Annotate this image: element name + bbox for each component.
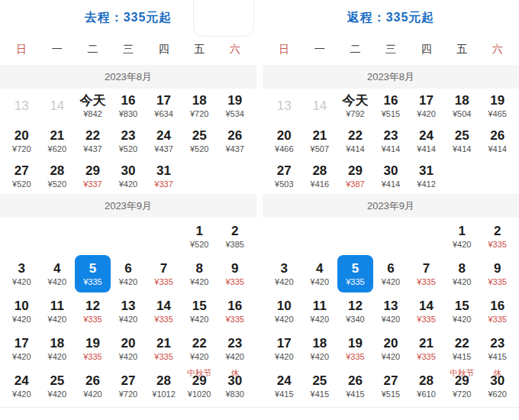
- calendar-day-cell[interactable]: 29¥337: [75, 159, 111, 194]
- calendar-day-cell[interactable]: 26¥420: [75, 367, 111, 405]
- calendar-day-cell[interactable]: 21¥335: [146, 330, 182, 367]
- calendar-day-cell[interactable]: 17¥420: [266, 330, 302, 367]
- calendar-day-cell[interactable]: 22¥415: [444, 330, 480, 367]
- calendar-day-cell[interactable]: 24¥437: [146, 124, 182, 159]
- calendar-day-cell[interactable]: 24¥420: [4, 367, 40, 405]
- calendar-day-cell[interactable]: 1¥420: [444, 218, 480, 255]
- calendar-day-cell[interactable]: 22¥414: [337, 124, 373, 159]
- calendar-day-cell[interactable]: 20¥420: [373, 330, 409, 367]
- calendar-day-cell[interactable]: 28¥610: [408, 367, 444, 405]
- calendar-day-cell[interactable]: 18¥720: [182, 89, 218, 124]
- calendar-day-cell[interactable]: 18¥420: [302, 330, 338, 367]
- calendar-day-cell[interactable]: 22¥437: [75, 124, 111, 159]
- calendar-day-cell[interactable]: 25¥420: [40, 367, 76, 405]
- calendar-day-cell[interactable]: 23¥415: [479, 330, 515, 367]
- calendar-day-cell[interactable]: 20¥420: [111, 330, 147, 367]
- calendar-day-cell[interactable]: 17¥420: [408, 89, 444, 124]
- calendar-day-cell[interactable]: 23¥520: [111, 124, 147, 159]
- calendar-day-cell[interactable]: 中秋节29¥1020: [182, 367, 218, 405]
- day-number: 26: [490, 128, 504, 143]
- calendar-day-cell[interactable]: 18¥420: [40, 330, 76, 367]
- calendar-day-cell[interactable]: 19¥465: [479, 89, 515, 124]
- calendar-day-cell[interactable]: 25¥415: [302, 367, 338, 405]
- calendar-day-cell[interactable]: 19¥534: [217, 89, 253, 124]
- calendar-day-cell[interactable]: 27¥720: [111, 367, 147, 405]
- calendar-day-cell[interactable]: 8¥420: [182, 255, 218, 292]
- calendar-day-cell[interactable]: 6¥420: [111, 255, 147, 292]
- calendar-day-cell[interactable]: 休30¥830: [217, 367, 253, 405]
- calendar-day-cell[interactable]: 18¥504: [444, 89, 480, 124]
- calendar-day-cell[interactable]: 28¥520: [40, 159, 76, 194]
- calendar-day-cell[interactable]: 15¥420: [444, 292, 480, 330]
- calendar-day-cell[interactable]: 休30¥620: [479, 367, 515, 405]
- calendar-day-cell[interactable]: 19¥335: [75, 330, 111, 367]
- calendar-day-cell[interactable]: 30¥414: [373, 159, 409, 194]
- calendar-day-cell[interactable]: 28¥416: [302, 159, 338, 194]
- calendar-day-cell[interactable]: 21¥620: [40, 124, 76, 159]
- calendar-day-cell[interactable]: 9¥335: [217, 255, 253, 292]
- calendar-day-cell[interactable]: 26¥415: [337, 367, 373, 405]
- calendar-day-cell[interactable]: 30¥420: [111, 159, 147, 194]
- calendar-day-cell[interactable]: 15¥420: [182, 292, 218, 330]
- calendar-day-cell[interactable]: 3¥420: [266, 255, 302, 292]
- calendar-day-cell[interactable]: 13¥420: [111, 292, 147, 330]
- calendar-day-cell[interactable]: 2¥385: [217, 218, 253, 255]
- day-number: 30: [384, 163, 398, 178]
- calendar-selected-day[interactable]: 5¥335: [337, 255, 373, 292]
- calendar-day-cell[interactable]: 10¥420: [266, 292, 302, 330]
- calendar-day-cell[interactable]: 6¥420: [373, 255, 409, 292]
- calendar-today-cell[interactable]: 今天¥842: [75, 89, 111, 124]
- calendar-day-cell[interactable]: 2¥335: [479, 218, 515, 255]
- calendar-day-cell[interactable]: 9¥335: [479, 255, 515, 292]
- calendar-today-cell[interactable]: 今天¥792: [337, 89, 373, 124]
- calendar-day-cell[interactable]: 16¥830: [111, 89, 147, 124]
- calendar-day-cell[interactable]: 16¥335: [217, 292, 253, 330]
- calendar-day-cell[interactable]: 24¥415: [266, 367, 302, 405]
- calendar-day-cell[interactable]: 14¥335: [408, 292, 444, 330]
- calendar-day-cell[interactable]: 7¥335: [146, 255, 182, 292]
- calendar-day-cell[interactable]: 28¥1012: [146, 367, 182, 405]
- calendar-day-cell[interactable]: 17¥420: [4, 330, 40, 367]
- calendar-day-cell[interactable]: 26¥414: [479, 124, 515, 159]
- calendar-day-cell[interactable]: 23¥420: [217, 330, 253, 367]
- calendar-day-cell[interactable]: 26¥437: [217, 124, 253, 159]
- calendar-day-cell[interactable]: 31¥337: [146, 159, 182, 194]
- calendar-day-cell[interactable]: 21¥335: [408, 330, 444, 367]
- calendar-day-cell[interactable]: 25¥414: [444, 124, 480, 159]
- calendar-day-cell[interactable]: 27¥503: [266, 159, 302, 194]
- calendar-day-cell[interactable]: 12¥340: [337, 292, 373, 330]
- calendar-day-cell[interactable]: 1¥520: [182, 218, 218, 255]
- calendar-day-cell[interactable]: 29¥387: [337, 159, 373, 194]
- calendar-day-cell[interactable]: 24¥414: [408, 124, 444, 159]
- calendar-day-cell[interactable]: 25¥520: [182, 124, 218, 159]
- calendar-day-cell[interactable]: 8¥420: [444, 255, 480, 292]
- calendar-day-cell[interactable]: 21¥507: [302, 124, 338, 159]
- calendar-selected-day[interactable]: 5¥335: [75, 255, 111, 292]
- calendar-day-cell[interactable]: 10¥420: [4, 292, 40, 330]
- calendar-day-cell[interactable]: 11¥420: [302, 292, 338, 330]
- calendar-day-cell[interactable]: 23¥414: [373, 124, 409, 159]
- calendar-day-cell[interactable]: 20¥720: [4, 124, 40, 159]
- calendar-day-cell[interactable]: 7¥335: [408, 255, 444, 292]
- calendar-day-cell[interactable]: 4¥420: [40, 255, 76, 292]
- calendar-day-cell[interactable]: 16¥515: [373, 89, 409, 124]
- calendar-day-cell[interactable]: 13¥420: [373, 292, 409, 330]
- calendar-day-cell[interactable]: 31¥412: [408, 159, 444, 194]
- calendar-day-cell[interactable]: 27¥515: [373, 367, 409, 405]
- calendar-day-cell[interactable]: 12¥335: [75, 292, 111, 330]
- calendar-day-cell[interactable]: 16¥335: [479, 292, 515, 330]
- calendar-day-cell[interactable]: 17¥634: [146, 89, 182, 124]
- calendar-day-cell[interactable]: 27¥520: [4, 159, 40, 194]
- calendar-day-cell[interactable]: 4¥420: [302, 255, 338, 292]
- calendar-day-cell[interactable]: 14¥335: [146, 292, 182, 330]
- calendar-day-cell[interactable]: 19¥335: [337, 330, 373, 367]
- calendar-day-cell[interactable]: 22¥420: [182, 330, 218, 367]
- calendar-day-cell[interactable]: 中秋节29¥720: [444, 367, 480, 405]
- calendar-day-cell[interactable]: 3¥420: [4, 255, 40, 292]
- day-price: ¥437: [225, 144, 243, 154]
- day-number: 14: [419, 299, 434, 313]
- calendar-day-cell[interactable]: 20¥466: [266, 124, 302, 159]
- day-number: 今天: [342, 93, 368, 108]
- calendar-day-cell[interactable]: 11¥420: [40, 292, 76, 330]
- month-grid: 1¥4202¥3353¥4204¥4205¥3356¥4207¥3358¥420…: [263, 218, 519, 405]
